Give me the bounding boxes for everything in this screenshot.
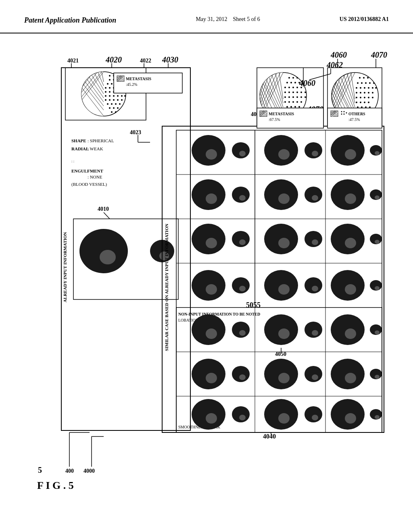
svg-line-29 xyxy=(69,72,77,88)
ref-4023: 4023 xyxy=(130,129,141,135)
svg-point-310 xyxy=(372,87,373,89)
dots: : : xyxy=(71,159,74,163)
ref-4010: 4010 xyxy=(98,206,109,212)
already-input-label: ALREADY INPUT INFORMATION xyxy=(63,232,67,303)
svg-point-306 xyxy=(356,87,357,89)
svg-point-250 xyxy=(286,106,288,108)
svg-point-158 xyxy=(375,286,380,290)
svg-point-146 xyxy=(375,240,380,244)
svg-point-244 xyxy=(305,96,306,98)
svg-point-72 xyxy=(109,107,111,109)
svg-point-157 xyxy=(345,284,356,295)
svg-point-69 xyxy=(111,103,113,105)
svg-point-134 xyxy=(375,195,380,200)
spherical-label: : SPHERICAL xyxy=(88,138,114,143)
ref-5055: 5055 xyxy=(246,301,261,309)
svg-point-177 xyxy=(278,373,290,383)
svg-point-247 xyxy=(292,101,294,103)
publication-number: US 2012/0136882 A1 xyxy=(340,16,389,23)
others-val: :47.5% xyxy=(348,117,360,122)
svg-point-149 xyxy=(206,284,217,295)
svg-point-173 xyxy=(206,373,217,383)
svg-point-68 xyxy=(107,103,108,105)
svg-point-318 xyxy=(360,97,361,98)
blood-vessel-label: (BLOOD VESSEL) xyxy=(71,182,107,187)
svg-point-233 xyxy=(284,91,286,93)
svg-point-243 xyxy=(300,96,302,98)
svg-point-230 xyxy=(296,87,298,88)
svg-point-325 xyxy=(368,102,369,103)
ref-4022: 4022 xyxy=(140,58,151,64)
svg-point-345 xyxy=(341,111,342,112)
ref-4060b: 4060 xyxy=(330,50,347,59)
svg-point-174 xyxy=(239,374,246,380)
ref-400: 400 xyxy=(65,468,74,474)
svg-point-41 xyxy=(111,83,113,85)
svg-point-311 xyxy=(375,87,377,89)
svg-point-313 xyxy=(360,92,361,94)
engulfment-label: ENGULFMENT xyxy=(71,168,104,173)
svg-point-59 xyxy=(113,95,115,97)
svg-point-239 xyxy=(284,96,286,98)
svg-point-58 xyxy=(109,95,111,97)
svg-point-229 xyxy=(292,87,294,88)
svg-point-309 xyxy=(368,87,369,89)
svg-point-181 xyxy=(345,373,356,383)
svg-point-193 xyxy=(345,413,356,424)
svg-point-349 xyxy=(346,112,347,114)
svg-point-145 xyxy=(345,238,356,248)
svg-point-130 xyxy=(312,195,318,201)
svg-point-70 xyxy=(115,103,117,105)
svg-point-118 xyxy=(312,151,318,156)
svg-point-52 xyxy=(109,91,111,93)
svg-point-308 xyxy=(364,87,365,89)
svg-point-242 xyxy=(296,96,298,98)
svg-point-62 xyxy=(124,95,126,97)
svg-point-178 xyxy=(312,374,318,380)
svg-point-65 xyxy=(113,99,115,101)
svg-point-249 xyxy=(300,101,302,103)
svg-point-51 xyxy=(105,91,106,93)
svg-point-60 xyxy=(117,95,119,97)
svg-point-347 xyxy=(341,114,342,115)
svg-point-125 xyxy=(206,193,217,204)
similar-case-label: SIMILAR CASE BASED ON ALREADY INPUT INFO… xyxy=(164,224,169,351)
svg-point-73 xyxy=(113,107,115,109)
shape-label: SHAPE xyxy=(71,138,86,143)
metastasis1-label: METASTASIS xyxy=(126,77,151,81)
metastasis2-label: METASTASIS xyxy=(269,112,294,116)
svg-point-223 xyxy=(290,82,292,83)
svg-point-166 xyxy=(312,330,318,336)
svg-point-316 xyxy=(372,92,373,94)
svg-point-324 xyxy=(364,102,365,103)
svg-point-138 xyxy=(239,239,246,245)
svg-point-241 xyxy=(292,96,294,98)
svg-point-228 xyxy=(288,87,290,88)
svg-point-189 xyxy=(278,413,290,424)
svg-point-240 xyxy=(288,96,290,98)
svg-point-317 xyxy=(356,97,357,98)
svg-point-31 xyxy=(109,75,111,77)
svg-point-246 xyxy=(288,101,290,103)
fig-label: F I G . 5 xyxy=(37,480,74,491)
svg-point-66 xyxy=(117,99,119,101)
svg-point-321 xyxy=(372,97,373,98)
svg-point-154 xyxy=(312,286,318,291)
svg-point-303 xyxy=(365,82,367,84)
sheet-info: Sheet 5 of 6 xyxy=(233,16,260,22)
ref-4040: 4040 xyxy=(263,433,276,440)
svg-point-165 xyxy=(278,328,290,339)
svg-point-40 xyxy=(107,83,108,85)
svg-point-153 xyxy=(278,284,290,295)
svg-point-299 xyxy=(367,77,369,79)
svg-point-322 xyxy=(356,102,357,103)
svg-point-161 xyxy=(206,328,217,339)
svg-point-137 xyxy=(206,238,217,248)
ref-4070b: 4070 xyxy=(371,50,387,59)
weak-label: : WEAK xyxy=(88,146,103,151)
ref-5: 5 xyxy=(38,466,42,474)
svg-point-235 xyxy=(292,91,294,93)
svg-point-94 xyxy=(100,250,116,264)
page-header: Patent Application Publication May 31, 2… xyxy=(0,0,413,33)
svg-point-315 xyxy=(368,92,369,94)
